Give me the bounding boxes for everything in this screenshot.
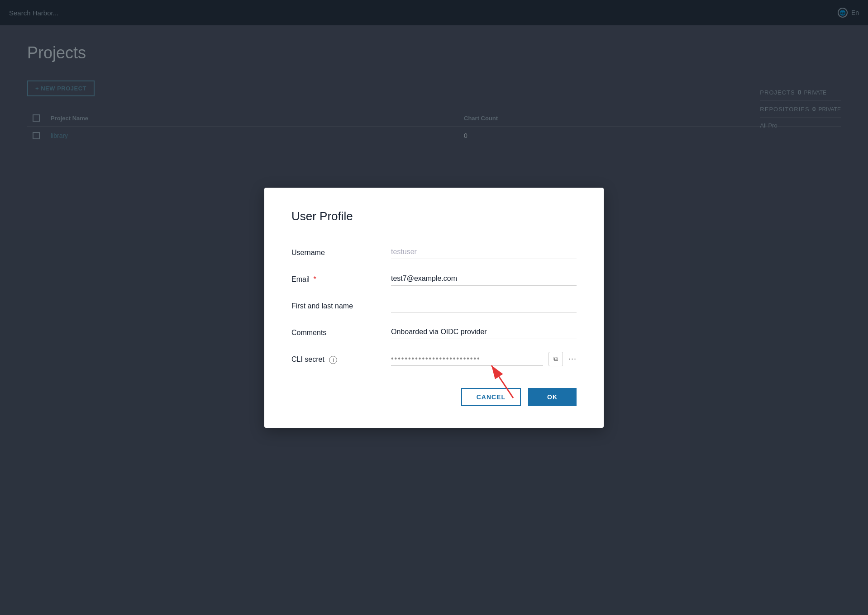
fullname-input[interactable]	[391, 298, 577, 312]
cancel-button[interactable]: CANCEL	[461, 388, 521, 406]
fullname-row: First and last name	[291, 298, 577, 312]
fullname-label: First and last name	[291, 298, 391, 310]
cli-secret-label-text: CLI secret	[291, 355, 324, 363]
email-label: Email *	[291, 272, 391, 284]
username-input[interactable]	[391, 245, 577, 259]
ok-label: OK	[547, 393, 558, 401]
cli-secret-row: CLI secret i ••••••••••••••••••••••••••	[291, 352, 577, 366]
more-options-button[interactable]: ···	[568, 354, 577, 364]
modal-title: User Profile	[291, 209, 577, 223]
comments-input[interactable]	[391, 325, 577, 339]
cli-secret-controls: •••••••••••••••••••••••••• ⧉	[391, 352, 577, 366]
username-label: Username	[291, 245, 391, 257]
ok-button[interactable]: OK	[528, 388, 577, 406]
cli-secret-label: CLI secret i	[291, 352, 391, 364]
email-label-text: Email	[291, 275, 310, 283]
more-icon: ···	[568, 354, 577, 363]
cli-secret-info-icon[interactable]: i	[329, 356, 337, 364]
fullname-input-wrap	[391, 298, 577, 312]
comments-row: Comments	[291, 325, 577, 339]
modal-footer: CANCEL OK	[291, 388, 577, 406]
email-row: Email *	[291, 272, 577, 286]
cancel-label: CANCEL	[477, 393, 506, 401]
comments-input-wrap	[391, 325, 577, 339]
username-input-wrap	[391, 245, 577, 259]
username-row: Username	[291, 245, 577, 259]
user-profile-modal: User Profile Username Email * First and …	[264, 188, 604, 428]
copy-cli-secret-button[interactable]: ⧉	[548, 352, 563, 366]
email-input-wrap	[391, 272, 577, 286]
comments-label: Comments	[291, 325, 391, 337]
cli-secret-input-wrap: •••••••••••••••••••••••••• ⧉	[391, 352, 577, 366]
copy-icon: ⧉	[553, 355, 558, 363]
email-input[interactable]	[391, 272, 577, 286]
email-required-star: *	[313, 275, 316, 283]
modal-overlay: User Profile Username Email * First and …	[0, 0, 868, 615]
cli-secret-dots: ••••••••••••••••••••••••••	[391, 352, 543, 366]
